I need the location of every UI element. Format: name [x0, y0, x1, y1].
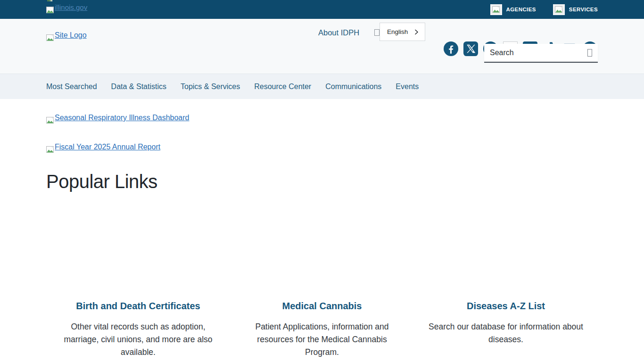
search-icon[interactable] — [587, 49, 592, 57]
nav-item-data-statistics[interactable]: Data & Statistics — [111, 82, 166, 91]
agencies-label: AGENCIES — [506, 7, 536, 12]
language-selector[interactable]: English — [380, 23, 425, 41]
card-description: Other vital records such as adoption, ma… — [56, 321, 221, 359]
chevron-right-icon — [414, 29, 419, 35]
nav-item-topics-services[interactable]: Topics & Services — [181, 82, 240, 91]
language-selected-label: English — [387, 28, 408, 35]
card-description: Patient Applications, information and re… — [239, 321, 405, 359]
broken-image-icon — [46, 146, 54, 153]
services-label: SERVICES — [569, 7, 598, 12]
government-topbar: illinois.gov AGENCIES SERVICES — [0, 0, 644, 19]
search-input[interactable] — [490, 49, 587, 57]
x-twitter-icon[interactable] — [463, 41, 478, 56]
cropped-image-fragment — [47, 0, 52, 1]
illinois-gov-label: illinois.gov — [55, 3, 87, 11]
main-content: Seasonal Respiratory Illness Dashboard F… — [0, 99, 644, 359]
page-title: Popular Links — [46, 171, 644, 192]
annual-report-link[interactable]: Fiscal Year 2025 Annual Report — [46, 143, 160, 151]
annual-report-label: Fiscal Year 2025 Annual Report — [55, 143, 160, 151]
services-button[interactable]: SERVICES — [553, 4, 598, 15]
broken-image-icon — [553, 4, 565, 15]
agencies-button[interactable]: AGENCIES — [490, 4, 536, 15]
respiratory-dashboard-link[interactable]: Seasonal Respiratory Illness Dashboard — [46, 99, 189, 122]
card-medical-cannabis: Medical Cannabis Patient Applications, i… — [230, 301, 414, 359]
about-idph-link[interactable]: About IDPH — [318, 28, 359, 37]
card-diseases-az-list: Diseases A-Z List Search our database fo… — [414, 301, 598, 359]
illinois-gov-link[interactable]: illinois.gov — [46, 3, 87, 11]
nav-item-events[interactable]: Events — [396, 82, 419, 91]
card-description: Search our database for information abou… — [423, 321, 588, 346]
main-navigation: Most Searched Data & Statistics Topics &… — [0, 74, 644, 99]
respiratory-dashboard-label: Seasonal Respiratory Illness Dashboard — [55, 114, 189, 122]
nav-item-most-searched[interactable]: Most Searched — [46, 82, 97, 91]
topbar-actions: AGENCIES SERVICES — [490, 0, 598, 19]
site-logo-link[interactable]: Site Logo — [46, 31, 87, 40]
nav-item-communications[interactable]: Communications — [325, 82, 381, 91]
facebook-icon[interactable] — [444, 41, 458, 56]
broken-image-icon — [46, 34, 54, 41]
site-logo-label: Site Logo — [55, 31, 87, 40]
nav-item-resource-center[interactable]: Resource Center — [254, 82, 311, 91]
card-title[interactable]: Birth and Death Certificates — [46, 301, 230, 312]
broken-image-icon — [46, 7, 54, 13]
search-box — [484, 44, 598, 63]
broken-image-icon — [46, 117, 54, 123]
card-birth-death-certificates: Birth and Death Certificates Other vital… — [46, 301, 230, 359]
card-title[interactable]: Medical Cannabis — [230, 301, 414, 312]
card-title[interactable]: Diseases A-Z List — [414, 301, 598, 312]
site-header: Site Logo About IDPH English — [0, 19, 644, 74]
popular-links-cards: Birth and Death Certificates Other vital… — [46, 301, 598, 359]
globe-icon — [374, 29, 380, 36]
broken-image-icon — [490, 4, 502, 15]
